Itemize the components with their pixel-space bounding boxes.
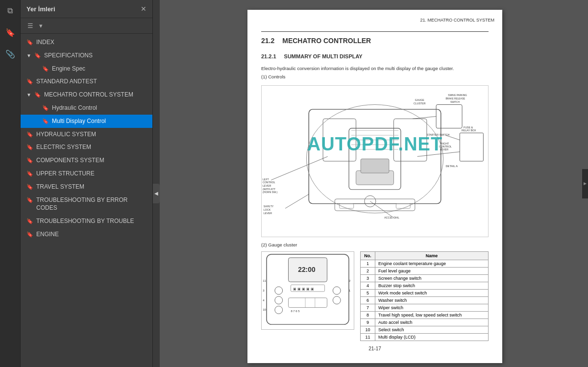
svg-text:CLUSTER: CLUSTER: [414, 101, 426, 104]
svg-text:FUSE &: FUSE &: [464, 125, 473, 128]
paperclip-icon[interactable]: 📎: [3, 47, 17, 61]
table-cell-no: 4: [361, 282, 375, 289]
table-cell-name: Select switch: [375, 326, 489, 333]
table-cell-no: 3: [361, 274, 375, 282]
sidebar-item-multi-display[interactable]: 🔖 Multi Display Control: [21, 115, 152, 128]
bottom-section: 22:00 ▣ ▣ ▣ ▣ ▣: [261, 251, 489, 341]
bookmark-icon: 🔖: [26, 196, 33, 204]
svg-text:CONTROL: CONTROL: [263, 181, 275, 184]
svg-text:(WITH ATT: (WITH ATT: [263, 187, 276, 190]
svg-text:RELAY BOX: RELAY BOX: [462, 129, 476, 132]
bookmark-icon: 🔖: [42, 104, 49, 112]
svg-line-15: [271, 156, 328, 180]
table-row: 5Work mode select switch: [361, 289, 489, 296]
table-cell-no: 6: [361, 296, 375, 304]
svg-line-29: [417, 151, 460, 156]
toolbar-menu-button[interactable]: ☰: [25, 21, 35, 30]
table-row: 1Engine coolant temperature gauge: [361, 260, 489, 267]
sidebar-item-troubleshooting-error[interactable]: 🔖 TROUBLESHOOTING BY ERROR CODES: [21, 194, 152, 215]
table-cell-name: Engine coolant temperature gauge: [375, 260, 489, 267]
svg-text:SWITCH: SWITCH: [450, 100, 460, 103]
svg-text:LEVER: LEVER: [264, 211, 272, 214]
svg-text:LOCK: LOCK: [264, 208, 271, 211]
svg-text:DETAIL A: DETAIL A: [445, 164, 458, 167]
sidebar-collapse-handle[interactable]: ◀: [153, 184, 160, 203]
pdf-viewer[interactable]: AUTOPDF.NET 21. MECHATRO CONTROL SYSTEM …: [160, 0, 588, 367]
sidebar-item-hydraulic-control[interactable]: 🔖 Hydraulic Control: [21, 101, 152, 115]
close-button[interactable]: ✕: [141, 5, 147, 13]
right-tab-icon: ▶: [584, 181, 587, 186]
bookmark-icon: 🔖: [26, 39, 33, 46]
sidebar-item-travel-system[interactable]: 🔖 TRAVEL SYSTEM: [21, 180, 152, 194]
svg-text:▣ ▣ ▣ ▣ ▣: ▣ ▣ ▣ ▣ ▣: [293, 287, 314, 291]
svg-text:3: 3: [263, 289, 265, 292]
sidebar-item-standard-andtest[interactable]: 🔖 STANDARD ANDTEST: [21, 75, 152, 88]
table-cell-no: 5: [361, 289, 375, 296]
svg-text:LEFT: LEFT: [263, 177, 270, 180]
sidebar-item-specifications[interactable]: ▼ 🔖 SPECIFICATIONS: [21, 49, 152, 62]
table-cell-name: Buzzer stop switch: [375, 282, 489, 289]
section-number: 21.2: [261, 37, 274, 45]
svg-text:4: 4: [263, 298, 265, 301]
svg-text:BRAKE RELEASE: BRAKE RELEASE: [445, 98, 465, 100]
sidebar-item-components-system[interactable]: 🔖 COMPONENTS SYSTEM: [21, 154, 152, 167]
sidebar-item-hydraulic-system[interactable]: 🔖 HYDRAULIC SYSTEM: [21, 128, 152, 141]
svg-text:LEVER: LEVER: [440, 147, 449, 150]
bookmark-icon: 🔖: [26, 157, 33, 164]
table-cell-no: 1: [361, 260, 375, 267]
sidebar-panel: Yer İmleri ✕ ☰ ▾ 🔖 INDEX ▼ 🔖 SPECIFICATI…: [21, 0, 153, 367]
component-table: No. Name 1Engine coolant temperature gau…: [360, 251, 489, 341]
table-row: 6Washer switch: [361, 296, 489, 304]
table-row: 8Travel high speed, low speed select swi…: [361, 311, 489, 318]
table-cell-no: 10: [361, 326, 375, 333]
pdf-header-right: 21. MECHATRO CONTROL SYSTEM: [420, 18, 494, 23]
svg-text:SAFETY: SAFETY: [264, 205, 274, 208]
table-cell-name: Multi display (LCD): [375, 333, 489, 341]
sidebar-item-upper-structure[interactable]: 🔖 UPPER STRUCTURE: [21, 167, 152, 180]
table-row: 4Buzzer stop switch: [361, 282, 489, 289]
sidebar-item-index[interactable]: 🔖 INDEX: [21, 36, 152, 49]
table-cell-no: 7: [361, 304, 375, 311]
toolbar-dropdown-button[interactable]: ▾: [37, 21, 45, 30]
sidebar-item-engine-spec[interactable]: 🔖 Engine Spec: [21, 62, 152, 75]
sidebar-item-electric-system[interactable]: 🔖 ELECTRIC SYSTEM: [21, 141, 152, 154]
svg-line-22: [413, 116, 436, 119]
svg-text:ACCEL DIAL: ACCEL DIAL: [384, 216, 399, 219]
sidebar-item-engine[interactable]: 🔖 ENGINE: [21, 228, 152, 241]
svg-text:2: 2: [349, 279, 350, 282]
pdf-page: AUTOPDF.NET 21. MECHATRO CONTROL SYSTEM …: [247, 10, 502, 363]
svg-point-51: [275, 296, 283, 304]
right-sidebar-tab[interactable]: ▶: [582, 169, 588, 198]
svg-rect-1: [323, 119, 356, 161]
bookmarks-icon[interactable]: 🔖: [3, 25, 17, 39]
table-cell-name: Wiper switch: [375, 304, 489, 311]
layers-icon[interactable]: ⧉: [3, 4, 17, 18]
bookmark-icon: 🔖: [26, 231, 33, 238]
sidebar-toolbar: ☰ ▾: [21, 18, 152, 34]
table-cell-name: Washer switch: [375, 296, 489, 304]
bookmark-icon: 🔖: [34, 52, 41, 59]
table-cell-no: 8: [361, 311, 375, 318]
sidebar-item-mechatro[interactable]: ▼ 🔖 MECHATRO CONTROL SYSTEM: [21, 88, 152, 101]
svg-rect-2: [394, 119, 427, 161]
subsection-title: SUMMARY OF MULTI DISPLAY: [284, 53, 363, 59]
sidebar-item-troubleshooting-trouble[interactable]: 🔖 TROUBLESHOOTING BY TROUBLE: [21, 215, 152, 228]
bookmark-icon: 🔖: [26, 170, 33, 177]
body-text: Electro-hydraulic conversion information…: [261, 65, 489, 72]
bookmark-icon: 🔖: [34, 91, 41, 98]
table-row: 3Screen change switch: [361, 274, 489, 282]
svg-point-50: [275, 287, 283, 294]
svg-rect-55: [289, 297, 327, 307]
table-row: 11Multi display (LCD): [361, 333, 489, 341]
bookmark-icon: 🔖: [26, 183, 33, 191]
sidebar-header: Yer İmleri ✕: [21, 0, 152, 18]
svg-point-53: [333, 287, 341, 294]
table-cell-name: Fuel level gauge: [375, 267, 489, 274]
caption2: (2) Gauge cluster: [261, 242, 489, 247]
sidebar-nav: 🔖 INDEX ▼ 🔖 SPECIFICATIONS 🔖 Engine Spec…: [21, 34, 152, 367]
svg-rect-5: [361, 159, 389, 173]
svg-point-52: [275, 306, 283, 314]
table-cell-name: Auto accel switch: [375, 318, 489, 326]
svg-text:22:00: 22:00: [298, 266, 316, 273]
table-header-no: No.: [361, 251, 375, 260]
